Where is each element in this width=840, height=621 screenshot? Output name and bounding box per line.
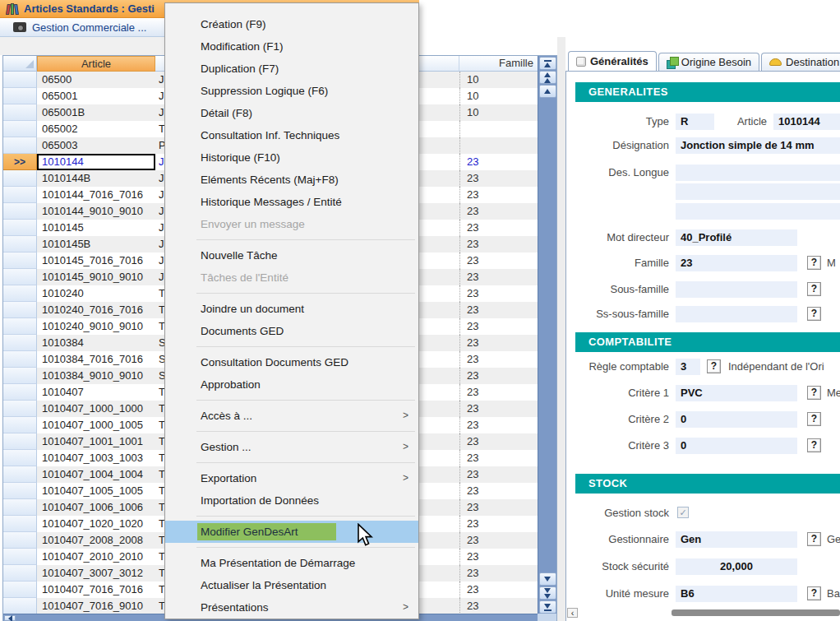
menu-item[interactable]: Importation de Données	[165, 489, 418, 512]
scroll-down-button[interactable]	[539, 572, 556, 586]
critere1-help-button[interactable]: ?	[807, 386, 821, 400]
article-cell[interactable]: 065001B	[37, 104, 155, 121]
row-selector[interactable]	[3, 598, 37, 614]
row-selector[interactable]	[3, 565, 37, 582]
famille-cell[interactable]: 23	[459, 302, 538, 318]
menu-item[interactable]: Suppression Logique (F6)	[165, 80, 418, 102]
famille-cell[interactable]: 23	[459, 335, 538, 351]
article-cell[interactable]: 1010145	[37, 220, 155, 236]
row-selector[interactable]	[3, 417, 37, 433]
article-cell[interactable]: 1010144	[37, 154, 155, 170]
article-cell[interactable]: 1010407_1020_1020	[37, 516, 155, 532]
menu-item[interactable]: Nouvelle Tâche	[165, 244, 418, 266]
tab-generalites[interactable]: Généralités	[568, 51, 657, 71]
gestion-stock-checkbox[interactable]: ✓	[677, 507, 689, 518]
article-cell[interactable]: 065002	[37, 121, 155, 137]
article-cell[interactable]: 1010384	[37, 335, 155, 351]
famille-cell[interactable]: 23	[459, 269, 538, 285]
menu-item[interactable]: Présentations>	[165, 596, 418, 619]
panel-scrollbar-thumb[interactable]	[672, 609, 840, 616]
menu-item[interactable]: Actualiser la Présentation	[165, 574, 418, 596]
row-selector[interactable]	[3, 499, 37, 516]
menu-item[interactable]: Joindre un document	[165, 298, 418, 320]
famille-cell[interactable]: 23	[459, 582, 538, 598]
article-cell[interactable]: 1010145_7016_7016	[37, 253, 155, 269]
famille-cell[interactable]: 23	[459, 483, 538, 499]
column-header-article[interactable]: Article	[37, 56, 155, 72]
famille-cell[interactable]: 23	[459, 433, 538, 450]
famille-help-button[interactable]: ?	[807, 256, 821, 270]
menu-item[interactable]: Création (F9)	[165, 13, 418, 35]
menu-item[interactable]: Consultation Documents GED	[165, 351, 418, 373]
scroll-top-button[interactable]	[539, 57, 556, 70]
article-cell[interactable]: 06500	[37, 72, 155, 88]
menu-item[interactable]: Ma Présentation de Démarrage	[165, 552, 418, 574]
mot-directeur-field[interactable]: 40_Profilé	[676, 229, 797, 246]
ss-sous-famille-help-button[interactable]: ?	[807, 307, 821, 321]
menu-item[interactable]: Eléments Récents (Maj+F8)	[165, 169, 418, 191]
famille-cell[interactable]	[459, 137, 538, 154]
famille-cell[interactable]: 23	[459, 466, 538, 483]
menu-item[interactable]: Historique Messages / Entité	[165, 191, 418, 213]
article-cell[interactable]: 1010407_2010_2010	[37, 549, 155, 565]
page-down-button[interactable]	[539, 586, 556, 600]
famille-cell[interactable]: 23	[459, 549, 538, 565]
famille-cell[interactable]: 23	[459, 285, 538, 302]
row-selector[interactable]	[3, 450, 37, 466]
row-selector[interactable]	[3, 137, 37, 154]
row-selector[interactable]	[3, 121, 37, 137]
menu-item[interactable]: Approbation	[165, 373, 418, 396]
row-selector[interactable]	[3, 104, 37, 121]
critere3-field[interactable]: 0	[676, 438, 797, 454]
critere2-field[interactable]: 0	[676, 411, 797, 428]
famille-cell[interactable]: 23	[459, 203, 538, 220]
famille-cell[interactable]: 23	[459, 351, 538, 368]
row-selector[interactable]	[3, 433, 37, 450]
famille-cell[interactable]: 23	[459, 532, 538, 549]
row-selector[interactable]	[3, 220, 37, 236]
article-cell[interactable]: 065003	[37, 137, 155, 154]
famille-cell[interactable]: 23	[459, 253, 538, 269]
menu-item[interactable]: Modification (F1)	[165, 35, 418, 58]
famille-cell[interactable]	[459, 121, 538, 137]
famille-cell[interactable]: 23	[459, 598, 538, 614]
unite-mesure-field[interactable]: B6	[676, 586, 797, 602]
row-selector[interactable]	[3, 368, 37, 384]
row-selector[interactable]	[3, 253, 37, 269]
article-cell[interactable]: 1010407_1001_1001	[37, 433, 155, 450]
tab-origine-besoin[interactable]: Origine Besoin	[658, 53, 759, 71]
designation-field[interactable]: Jonction simple de 14 mm	[676, 137, 840, 154]
menu-item[interactable]: Documents GED	[165, 320, 418, 342]
row-selector[interactable]	[3, 72, 37, 88]
menu-item[interactable]: Modifier GenDesArt	[165, 521, 418, 543]
famille-cell[interactable]: 23	[459, 220, 538, 236]
article-cell[interactable]: 1010407	[37, 384, 155, 401]
article-cell[interactable]: 1010407_1005_1005	[37, 483, 155, 499]
row-selector[interactable]	[3, 236, 37, 253]
vertical-scrollbar[interactable]	[538, 56, 556, 614]
des-longue-field-2[interactable]	[676, 183, 840, 200]
famille-cell[interactable]: 23	[459, 565, 538, 582]
sous-famille-field[interactable]	[676, 281, 797, 298]
famille-cell[interactable]: 23	[459, 187, 538, 203]
gestionnaire-field[interactable]: Gen	[676, 531, 797, 548]
famille-cell[interactable]: 10	[459, 104, 538, 121]
row-selector[interactable]	[3, 88, 37, 104]
menu-item[interactable]: Historique (F10)	[165, 146, 418, 169]
article-cell[interactable]: 1010145B	[37, 236, 155, 253]
article-cell[interactable]: 1010407_1000_1005	[37, 417, 155, 433]
article-cell[interactable]: 065001	[37, 88, 155, 104]
famille-cell[interactable]: 23	[459, 236, 538, 253]
row-selector[interactable]	[3, 483, 37, 499]
article-cell[interactable]: 1010407_1003_1003	[37, 450, 155, 466]
sous-famille-help-button[interactable]: ?	[807, 282, 821, 296]
unite-help-button[interactable]: ?	[807, 586, 821, 600]
article-cell[interactable]: 1010240_7016_7016	[37, 302, 155, 318]
module-title[interactable]: Gestion Commerciale ...	[32, 21, 146, 34]
article-cell[interactable]: 1010240_9010_9010	[37, 318, 155, 335]
article-cell[interactable]: 1010144B	[37, 170, 155, 187]
menu-item[interactable]: Gestion ...>	[165, 436, 418, 458]
row-selector[interactable]	[3, 170, 37, 187]
ss-sous-famille-field[interactable]	[676, 306, 797, 322]
scrollbar-track[interactable]	[538, 98, 556, 572]
